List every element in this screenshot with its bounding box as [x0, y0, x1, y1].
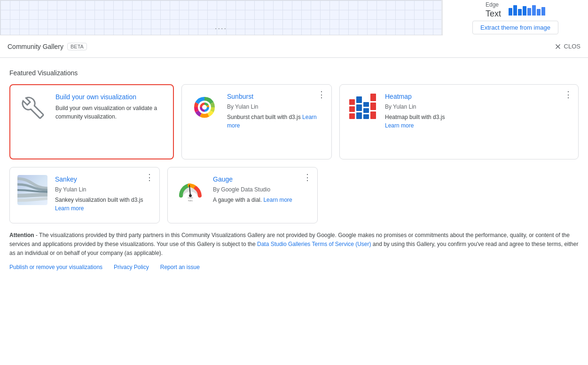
- build-card-title[interactable]: Build your own visualization: [55, 93, 165, 102]
- text-label: Text: [486, 9, 501, 19]
- gauge-learn-more[interactable]: Learn more: [263, 197, 292, 203]
- bar-7: [537, 9, 541, 16]
- gallery-header: Community Gallery BETA CLOS: [0, 35, 588, 58]
- heatmap-card-body: Heatmap By Yulan Lin Heatmap built with …: [385, 92, 571, 130]
- card-heatmap[interactable]: ⋮: [339, 84, 579, 159]
- bar-2: [513, 5, 517, 16]
- sankey-menu-icon[interactable]: ⋮: [145, 173, 154, 182]
- svg-point-5: [202, 105, 207, 110]
- card-gauge[interactable]: ⋮ Sales 250,000: [167, 167, 318, 223]
- publish-link[interactable]: Publish or remove your visualizations: [9, 264, 102, 270]
- build-icon: [18, 93, 48, 123]
- sankey-card-body: Sankey By Yulan Lin Sankey visualization…: [55, 175, 152, 213]
- sankey-card-title[interactable]: Sankey: [55, 175, 152, 184]
- drag-handle[interactable]: ····: [215, 24, 227, 33]
- svg-text:250,000: 250,000: [188, 197, 193, 199]
- card-build-your-own[interactable]: Build your own visualization Build your …: [9, 84, 174, 159]
- beta-badge: BETA: [67, 43, 87, 50]
- bar-4: [523, 6, 526, 16]
- footer-links: Publish or remove your visualizations Pr…: [9, 264, 579, 270]
- bar-6: [532, 5, 536, 16]
- bar-5: [527, 8, 531, 16]
- tos-link[interactable]: Data Studio Galleries Terms of Service (…: [257, 241, 371, 247]
- privacy-link[interactable]: Privacy Policy: [114, 264, 149, 270]
- heatmap-card-title[interactable]: Heatmap: [385, 92, 571, 102]
- svg-text:Sales: Sales: [188, 199, 193, 202]
- gauge-card-author: By Google Data Studio: [213, 186, 310, 193]
- canvas-area: ····: [0, 0, 442, 35]
- attention-bold: Attention: [9, 232, 34, 238]
- close-icon: [554, 42, 562, 51]
- sunburst-card-title[interactable]: Sunburst: [227, 92, 324, 102]
- gallery-title: Community Gallery: [8, 43, 63, 50]
- bar-8: [541, 7, 545, 16]
- sunburst-menu-icon[interactable]: ⋮: [317, 90, 326, 99]
- bar-3: [518, 9, 522, 16]
- close-label: CLOS: [564, 43, 580, 50]
- build-card-desc: Build your own visualization or validate…: [55, 104, 165, 121]
- attention-disclaimer: Attention - The visualizations provided …: [9, 231, 579, 258]
- bar-1: [509, 8, 512, 16]
- gauge-menu-icon[interactable]: ⋮: [303, 173, 312, 182]
- gauge-icon: Sales 250,000: [175, 175, 205, 205]
- sunburst-icon: [189, 92, 220, 122]
- sunburst-card-body: Sunburst By Yulan Lin Sunburst chart bui…: [227, 92, 324, 130]
- sunburst-learn-more[interactable]: Learn more: [227, 114, 317, 129]
- sankey-card-desc: Sankey visualization built with d3.js Le…: [55, 196, 152, 213]
- sankey-card-author: By Yulan Lin: [55, 186, 152, 193]
- cards-row-1: Build your own visualization Build your …: [9, 84, 579, 159]
- cards-row-2: ⋮ Sankey By Yulan Lin Sankey visualiz: [9, 167, 579, 223]
- gauge-card-body: Gauge By Google Data Studio A gauge with…: [213, 175, 310, 204]
- report-link[interactable]: Report an issue: [160, 264, 200, 270]
- extract-theme-button[interactable]: Extract theme from image: [472, 21, 558, 34]
- heatmap-icon: [347, 92, 377, 122]
- gauge-card-desc: A gauge with a dial. Learn more: [213, 196, 310, 204]
- sunburst-card-author: By Yulan Lin: [227, 103, 324, 110]
- heatmap-menu-icon[interactable]: ⋮: [564, 90, 572, 99]
- card-sankey[interactable]: ⋮ Sankey By Yulan Lin Sankey visualiz: [9, 167, 160, 223]
- section-title: Featured Visualizations: [9, 69, 579, 77]
- heatmap-card-desc: Heatmap built with d3.jsLearn more: [385, 113, 571, 130]
- gallery-content: Featured Visualizations Build your own v…: [0, 58, 588, 365]
- top-bar: ···· Edge Text Extract theme from image: [0, 0, 588, 35]
- sankey-icon: [17, 175, 47, 205]
- edge-label: Edge: [486, 1, 499, 8]
- gauge-card-title[interactable]: Gauge: [213, 175, 310, 184]
- chart-bars: [509, 4, 545, 16]
- heatmap-learn-more[interactable]: Learn more: [385, 122, 414, 129]
- top-right-panel: Edge Text Extract theme from image: [442, 0, 588, 35]
- sunburst-card-desc: Sunburst chart built with d3.js Learn mo…: [227, 113, 324, 130]
- build-card-body: Build your own visualization Build your …: [55, 93, 165, 121]
- card-sunburst[interactable]: ⋮: [181, 84, 332, 159]
- heatmap-card-author: By Yulan Lin: [385, 103, 571, 110]
- sankey-learn-more[interactable]: Learn more: [55, 205, 84, 212]
- close-button[interactable]: CLOS: [554, 42, 580, 51]
